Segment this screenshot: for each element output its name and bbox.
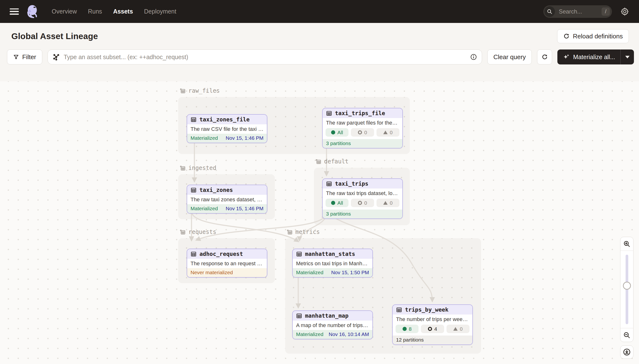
zoom-out-button[interactable] <box>620 328 633 342</box>
partition-pill[interactable]: 4 <box>421 325 444 333</box>
partition-pill[interactable]: 0 <box>446 325 469 333</box>
nav-link-overview[interactable]: Overview <box>52 8 77 15</box>
chevron-down-icon <box>625 56 629 58</box>
asset-description: The number of trips per week, aggreg... <box>393 314 472 324</box>
materialization-timestamp[interactable]: Nov 15, 1:50 PM <box>331 270 369 276</box>
refresh-icon <box>541 54 548 60</box>
asset-group-label-metrics[interactable]: metrics <box>286 228 320 235</box>
asset-description: The raw taxi zones dataset, loaded int..… <box>187 195 267 204</box>
partition-pill[interactable]: 0 <box>351 199 374 207</box>
materialize-all-split-button: Materialize all... <box>557 50 634 64</box>
status-badge: Materialized <box>191 135 218 141</box>
partitions-count: 3 partitions <box>326 211 351 217</box>
asset-description: The raw CSV file for the taxi zones dat.… <box>187 124 267 134</box>
status-badge: Materialized <box>296 332 323 337</box>
nav-link-assets[interactable]: Assets <box>113 8 133 15</box>
asset-node-adhoc_request[interactable]: adhoc_requestThe response to an request … <box>187 248 267 278</box>
asset-node-manhattan_map[interactable]: manhattan_mapA map of the number of trip… <box>292 310 373 340</box>
asset-name: adhoc_request <box>200 251 243 257</box>
partition-health-pills: 840 <box>393 324 472 336</box>
table-icon <box>191 116 197 122</box>
partitions-count: 12 partitions <box>396 337 424 343</box>
materialization-timestamp[interactable]: Nov 15, 1:46 PM <box>226 206 263 212</box>
missing-ring-icon <box>428 327 432 331</box>
asset-node-taxi_trips_file[interactable]: taxi_trips_fileThe raw parquet files for… <box>322 108 403 148</box>
materialize-all-button[interactable]: Materialize all... <box>557 50 620 64</box>
asset-group-label-default[interactable]: default <box>315 158 348 165</box>
asset-group-label-requests[interactable]: requests <box>179 228 216 235</box>
asset-status-footer: MaterializedNov 15, 1:50 PM <box>293 268 372 277</box>
filter-button[interactable]: Filter <box>7 50 42 64</box>
zoom-in-button[interactable] <box>620 237 633 250</box>
asset-description: The raw taxi trips dataset, loaded into … <box>323 188 402 198</box>
reload-definitions-button[interactable]: Reload definitions <box>557 29 629 43</box>
partition-pill[interactable]: 0 <box>376 128 399 136</box>
table-icon <box>296 313 302 319</box>
partition-pill[interactable]: All <box>326 128 348 136</box>
partition-pill[interactable]: All <box>326 199 348 207</box>
table-icon <box>326 110 332 116</box>
materialization-timestamp[interactable]: Nov 15, 1:46 PM <box>226 135 263 141</box>
asset-description: The raw parquet files for the taxi trips… <box>323 118 402 128</box>
asset-status-footer: MaterializedNov 15, 1:46 PM <box>187 134 267 143</box>
asset-group-icon <box>286 229 293 235</box>
asset-description: The response to an request made in th... <box>187 259 267 268</box>
dagster-logo-icon[interactable] <box>25 4 40 19</box>
asset-node-header: taxi_trips_file <box>323 108 402 118</box>
nav-link-runs[interactable]: Runs <box>88 8 102 15</box>
asset-node-taxi_zones[interactable]: taxi_zonesThe raw taxi zones dataset, lo… <box>187 185 267 214</box>
download-icon <box>623 348 631 356</box>
asset-description: A map of the number of trips per taxi z.… <box>293 320 372 330</box>
asset-node-header: taxi_zones <box>187 185 267 195</box>
info-icon[interactable] <box>470 54 477 60</box>
asset-graph-icon <box>53 53 60 60</box>
zoom-panel <box>620 237 633 342</box>
clear-query-button[interactable]: Clear query <box>487 50 532 64</box>
missing-ring-icon <box>358 201 362 205</box>
partition-pill[interactable]: 0 <box>376 199 399 207</box>
asset-node-trips_by_week[interactable]: trips_by_weekThe number of trips per wee… <box>392 304 473 345</box>
table-icon <box>296 251 302 257</box>
failed-triangle-icon <box>453 327 458 331</box>
asset-name: taxi_trips_file <box>335 110 385 116</box>
zoom-slider-handle[interactable] <box>623 282 631 290</box>
asset-status-footer: 12 partitions <box>393 336 472 344</box>
refresh-button[interactable] <box>537 50 552 64</box>
sparkles-icon <box>563 53 570 60</box>
asset-group-icon <box>179 165 186 172</box>
asset-node-taxi_zones_file[interactable]: taxi_zones_fileThe raw CSV file for the … <box>187 114 267 143</box>
zoom-slider <box>620 250 633 328</box>
failed-triangle-icon <box>383 201 388 205</box>
asset-status-footer: 3 partitions <box>323 139 402 148</box>
asset-query-input[interactable] <box>63 53 467 61</box>
asset-node-header: manhattan_stats <box>293 249 372 259</box>
asset-group-icon <box>179 229 186 235</box>
asset-group-label-ingested[interactable]: ingested <box>179 164 216 172</box>
menu-icon[interactable] <box>10 8 19 15</box>
asset-node-taxi_trips[interactable]: taxi_tripsThe raw taxi trips dataset, lo… <box>322 178 403 219</box>
materialization-timestamp[interactable]: Nov 16, 10:14 AM <box>329 332 369 337</box>
asset-name: manhattan_stats <box>305 251 355 257</box>
lineage-canvas[interactable]: raw_filesingesteddefaultrequestsmetricst… <box>0 81 639 364</box>
reload-icon <box>563 33 570 40</box>
search-shortcut-badge: / <box>601 8 610 16</box>
filter-funnel-icon <box>13 54 19 60</box>
asset-node-manhattan_stats[interactable]: manhattan_statsMetrics on taxi trips in … <box>292 248 373 278</box>
status-badge: Never materialized <box>191 270 233 276</box>
lineage-toolbar: Filter Clear query Materialize all... <box>0 43 639 64</box>
partition-pill[interactable]: 8 <box>396 325 418 333</box>
partition-pill[interactable]: 0 <box>351 128 374 136</box>
asset-node-header: trips_by_week <box>393 305 472 314</box>
export-button[interactable] <box>620 346 633 359</box>
asset-node-header: taxi_zones_file <box>187 115 267 124</box>
nav-link-deployment[interactable]: Deployment <box>144 8 176 15</box>
asset-status-footer: MaterializedNov 16, 10:14 AM <box>293 330 372 339</box>
global-search[interactable]: / <box>543 5 612 18</box>
asset-group-icon <box>315 158 321 165</box>
asset-query-box[interactable] <box>48 50 482 64</box>
asset-status-footer: MaterializedNov 15, 1:46 PM <box>187 204 267 213</box>
materialize-options-button[interactable] <box>620 50 634 64</box>
materialized-dot-icon <box>331 201 335 205</box>
asset-group-label-raw_files[interactable]: raw_files <box>179 88 220 94</box>
settings-gear-icon[interactable] <box>620 7 629 16</box>
